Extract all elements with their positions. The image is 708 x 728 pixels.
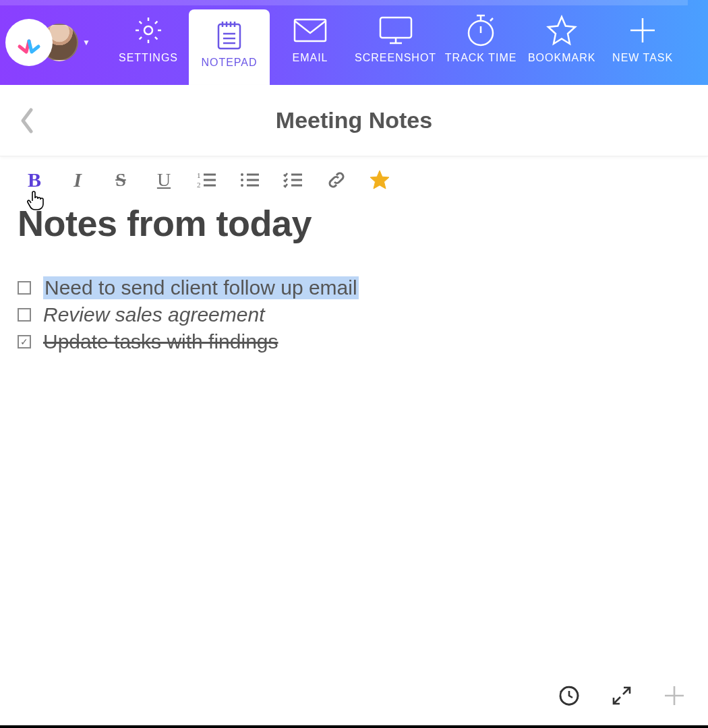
svg-point-9 (241, 184, 243, 187)
favorite-button[interactable] (368, 169, 391, 191)
document-heading[interactable]: Notes from today (18, 202, 690, 244)
bottom-actions (556, 682, 688, 709)
nav-label: TRACK TIME (445, 52, 517, 64)
checklist-item[interactable]: Need to send client follow up email (18, 276, 690, 299)
svg-point-8 (241, 179, 243, 181)
nav-label: BOOKMARK (528, 52, 595, 64)
svg-text:2: 2 (197, 181, 201, 189)
checkbox[interactable] (18, 281, 31, 295)
svg-rect-3 (380, 18, 411, 38)
italic-button[interactable]: I (66, 169, 89, 191)
checklist-text[interactable]: Review sales agreement (43, 303, 265, 326)
nav-label: SETTINGS (119, 52, 178, 64)
nav-item-email[interactable]: EMAIL (270, 0, 351, 85)
checklist-item[interactable]: Review sales agreement (18, 303, 690, 326)
nav-label: SCREENSHOT (355, 52, 436, 64)
titlebar: Meeting Notes (0, 85, 708, 156)
nav-item-settings[interactable]: SETTINGS (108, 0, 189, 85)
history-icon (558, 684, 581, 707)
brand-avatar-group[interactable]: ▼ (0, 0, 108, 85)
editor-content[interactable]: Notes from today Need to send client fol… (0, 197, 708, 353)
ordered-list-button[interactable]: 1 2 (196, 169, 218, 191)
notepad-icon (214, 19, 244, 51)
underline-button[interactable]: U (152, 169, 175, 191)
history-button[interactable] (556, 682, 583, 709)
add-button[interactable] (661, 682, 688, 709)
svg-rect-2 (295, 20, 326, 41)
unordered-list-icon (240, 171, 260, 189)
checkbox-checked[interactable] (18, 335, 31, 348)
expand-icon (611, 685, 632, 706)
bold-button[interactable]: B (23, 169, 46, 191)
nav-item-notepad[interactable]: NOTEPAD (189, 9, 270, 85)
nav-item-new-task[interactable]: NEW TASK (602, 0, 683, 85)
page-title: Meeting Notes (276, 107, 432, 133)
stopwatch-icon (465, 14, 497, 47)
svg-text:1: 1 (197, 171, 201, 179)
star-icon (545, 14, 578, 47)
svg-point-7 (241, 173, 243, 176)
top-nav: ▼ SETTINGS NOTEPAD (0, 0, 708, 85)
svg-point-0 (144, 26, 152, 34)
checklist-item[interactable]: Update tasks with findings (18, 330, 690, 353)
nav-item-track-time[interactable]: TRACK TIME (440, 0, 521, 85)
checklist-icon (283, 171, 303, 189)
nav-label: NOTEPAD (201, 57, 257, 69)
checklist-text[interactable]: Update tasks with findings (43, 330, 278, 353)
back-button[interactable] (13, 107, 40, 134)
nav-items: SETTINGS NOTEPAD EMAIL (108, 0, 708, 85)
frame-border (0, 725, 708, 728)
link-icon (326, 170, 347, 190)
nav-item-screenshot[interactable]: SCREENSHOT (351, 0, 440, 85)
monitor-icon (378, 14, 414, 47)
mail-icon (292, 14, 328, 47)
clickup-logo-icon (16, 29, 42, 56)
checklist-text[interactable]: Need to send client follow up email (43, 276, 359, 299)
checkbox[interactable] (18, 308, 31, 322)
format-toolbar: B I S U 1 2 (0, 156, 708, 197)
plus-icon (628, 14, 657, 47)
checklist-button[interactable] (282, 169, 305, 191)
nav-label: EMAIL (292, 52, 328, 64)
ordered-list-icon: 1 2 (197, 171, 217, 189)
gear-icon (133, 14, 164, 47)
chevron-left-icon (18, 106, 36, 135)
unordered-list-button[interactable] (239, 169, 262, 191)
link-button[interactable] (325, 169, 348, 191)
nav-item-bookmark[interactable]: BOOKMARK (521, 0, 602, 85)
chevron-down-icon[interactable]: ▼ (82, 38, 90, 47)
svg-rect-1 (218, 24, 240, 49)
star-filled-icon (369, 169, 390, 191)
nav-label: NEW TASK (612, 52, 673, 64)
app-logo[interactable] (5, 19, 53, 66)
expand-button[interactable] (608, 682, 635, 709)
plus-icon (663, 684, 686, 707)
strikethrough-button[interactable]: S (109, 169, 132, 191)
